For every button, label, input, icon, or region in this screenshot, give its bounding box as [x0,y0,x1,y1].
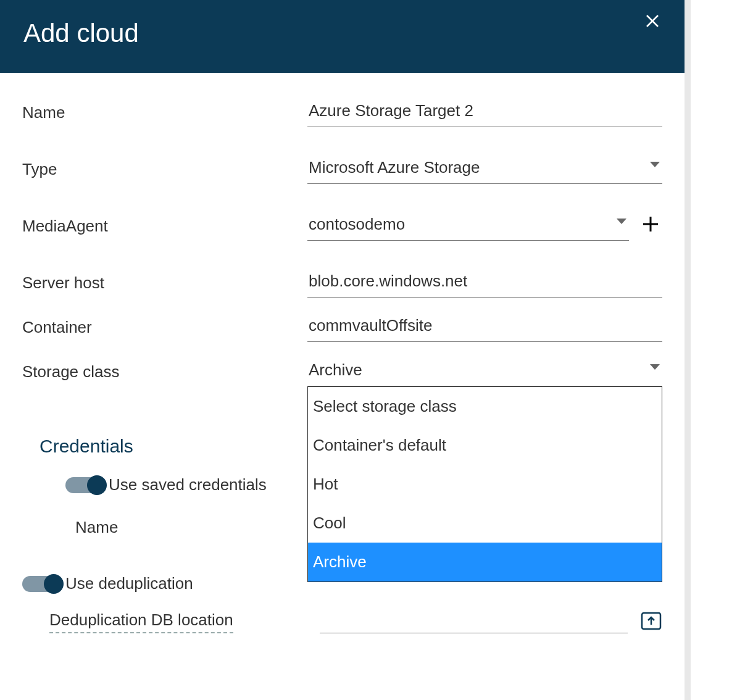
use-deduplication-toggle[interactable] [22,576,62,592]
row-container: Container [22,312,662,342]
storage-class-option[interactable]: Archive [308,543,662,581]
dedup-db-location-input[interactable] [320,612,628,633]
use-deduplication-label: Use deduplication [65,574,193,593]
caret-down-icon [650,364,660,370]
add-mediaagent-button[interactable] [639,215,662,238]
browse-dedup-location-button[interactable] [640,611,662,633]
dedup-db-location-label: Deduplication DB location [49,610,233,633]
type-select[interactable]: Microsoft Azure Storage [307,154,662,184]
row-server-host: Server host [22,268,662,298]
type-select-value: Microsoft Azure Storage [307,154,662,184]
dialog-header: Add cloud [0,0,685,73]
caret-down-icon [617,219,626,224]
label-name: Name [22,103,307,122]
row-storage-class: Storage class Archive Select storage cla… [22,357,662,386]
toggle-knob [87,475,107,495]
plus-icon [641,215,660,233]
label-mediaagent: MediaAgent [22,217,307,236]
storage-class-option[interactable]: Cool [308,504,662,543]
close-icon [646,14,659,28]
label-server-host: Server host [22,273,307,293]
dialog-title: Add cloud [23,19,139,48]
storage-class-option-placeholder[interactable]: Select storage class [308,387,662,426]
mediaagent-select-value: contosodemo [307,211,629,241]
label-type: Type [22,160,307,179]
name-input[interactable] [307,98,662,127]
storage-class-option[interactable]: Container's default [308,426,662,465]
use-saved-credentials-label: Use saved credentials [109,475,267,494]
browse-upload-icon [640,611,662,631]
label-storage-class: Storage class [22,362,307,381]
storage-class-dropdown: Select storage class Container's default… [307,386,662,582]
add-cloud-dialog: Add cloud Name Type Microsoft Azure Stor… [0,0,691,700]
credential-name-label: Name [75,518,118,536]
row-name: Name [22,98,662,127]
toggle-knob [44,574,64,594]
server-host-input[interactable] [307,268,662,298]
use-saved-credentials-toggle[interactable] [65,477,105,493]
storage-class-select-value: Archive [307,357,662,386]
row-dedup-db-location: Deduplication DB location [22,610,662,633]
close-button[interactable] [644,12,661,30]
row-type: Type Microsoft Azure Storage [22,154,662,184]
caret-down-icon [650,162,660,167]
row-mediaagent: MediaAgent contosodemo [22,211,662,241]
container-input[interactable] [307,312,662,342]
storage-class-option[interactable]: Hot [308,465,662,504]
storage-class-select[interactable]: Archive Select storage class Container's… [307,357,662,386]
mediaagent-select[interactable]: contosodemo [307,211,629,241]
dialog-body: Name Type Microsoft Azure Storage MediaA… [0,73,685,700]
label-container: Container [22,318,307,337]
